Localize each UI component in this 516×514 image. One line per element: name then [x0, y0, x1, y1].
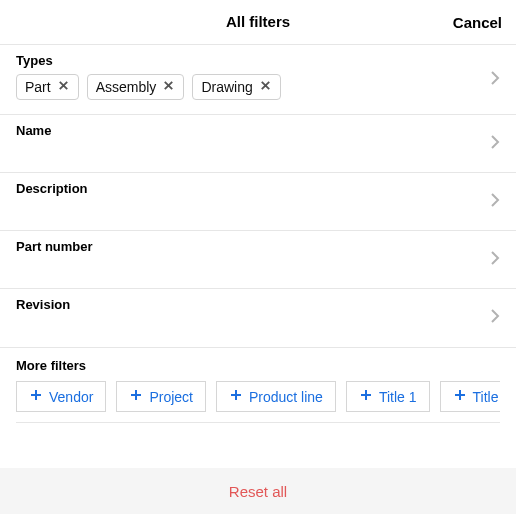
section-label: Description — [16, 181, 500, 196]
section-label: Revision — [16, 297, 500, 312]
section-label: More filters — [16, 358, 500, 373]
add-filter-product-line[interactable]: Product line — [216, 381, 336, 412]
chevron-right-icon — [486, 133, 504, 155]
add-filter-vendor[interactable]: Vendor — [16, 381, 106, 412]
chip-label: Part — [25, 79, 51, 95]
chevron-right-icon — [486, 307, 504, 329]
close-icon[interactable] — [259, 79, 272, 95]
add-filter-label: Title 2 — [473, 389, 501, 405]
add-filter-project[interactable]: Project — [116, 381, 206, 412]
section-label: Types — [16, 53, 500, 68]
plus-icon — [229, 388, 243, 405]
close-icon[interactable] — [57, 79, 70, 95]
chevron-right-icon — [486, 191, 504, 213]
plus-icon — [29, 388, 43, 405]
cancel-button[interactable]: Cancel — [453, 0, 502, 44]
types-chips: Part Assembly Drawing — [16, 74, 500, 100]
add-filter-label: Vendor — [49, 389, 93, 405]
plus-icon — [129, 388, 143, 405]
chevron-right-icon — [486, 249, 504, 271]
add-filter-title-2[interactable]: Title 2 — [440, 381, 501, 412]
more-filters-section: More filters Vendor Project Product line — [0, 348, 516, 423]
chip-label: Drawing — [201, 79, 252, 95]
filter-section-name[interactable]: Name — [0, 115, 516, 173]
divider — [16, 422, 500, 423]
add-filter-label: Product line — [249, 389, 323, 405]
plus-icon — [453, 388, 467, 405]
add-filter-label: Project — [149, 389, 193, 405]
chevron-right-icon — [486, 69, 504, 91]
plus-icon — [359, 388, 373, 405]
chip-label: Assembly — [96, 79, 157, 95]
section-label: Part number — [16, 239, 500, 254]
more-filters-row: Vendor Project Product line Title 1 Titl… — [16, 381, 500, 412]
header-title: All filters — [226, 13, 290, 30]
filter-section-description[interactable]: Description — [0, 173, 516, 231]
filters-panel: All filters Cancel Types Part Assembly D… — [0, 0, 516, 514]
type-chip-assembly[interactable]: Assembly — [87, 74, 185, 100]
section-label: Name — [16, 123, 500, 138]
close-icon[interactable] — [162, 79, 175, 95]
header: All filters Cancel — [0, 0, 516, 44]
type-chip-part[interactable]: Part — [16, 74, 79, 100]
reset-all-button[interactable]: Reset all — [229, 483, 287, 500]
filter-section-part-number[interactable]: Part number — [0, 231, 516, 289]
add-filter-title-1[interactable]: Title 1 — [346, 381, 430, 412]
filter-section-revision[interactable]: Revision — [0, 289, 516, 347]
filter-section-types[interactable]: Types Part Assembly Drawing — [0, 45, 516, 115]
type-chip-drawing[interactable]: Drawing — [192, 74, 280, 100]
more-filters-scroll[interactable]: Vendor Project Product line Title 1 Titl… — [16, 381, 500, 412]
footer: Reset all — [0, 468, 516, 514]
add-filter-label: Title 1 — [379, 389, 417, 405]
